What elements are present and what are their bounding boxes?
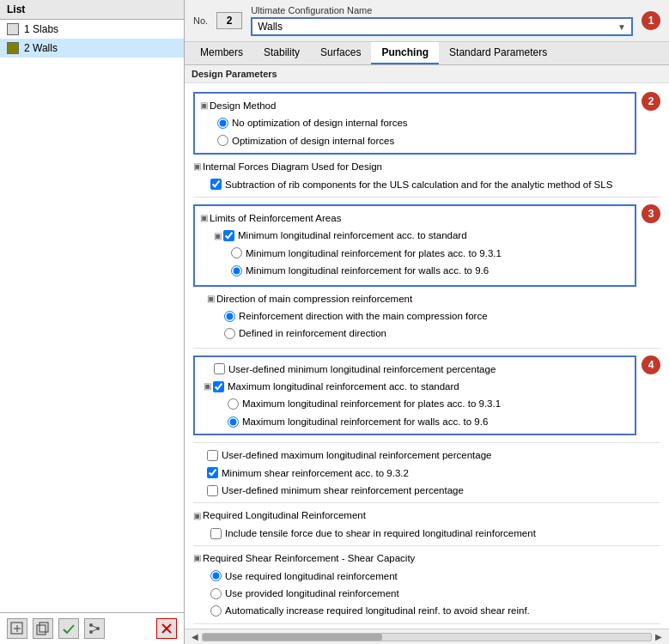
section-header: Design Parameters [185, 65, 669, 83]
scroll-thumb[interactable] [203, 634, 382, 641]
user-def-min-shear-label: User-defined minimum shear reinforcement… [222, 483, 464, 498]
design-method-section: ▣ Design Method No optimization of desig… [193, 88, 660, 158]
expand-direction[interactable]: ▣ [207, 292, 215, 306]
tab-stability[interactable]: Stability [253, 42, 310, 64]
user-def-min-cb[interactable] [214, 363, 225, 374]
auto-increase-radio[interactable] [210, 605, 222, 617]
req-shear-header: ▣ Required Shear Reinforcement - Shear C… [193, 550, 660, 567]
reinf-main-compression-label: Reinforcement direction with the main co… [239, 308, 488, 324]
list-item-walls[interactable]: 2 Walls [0, 39, 184, 58]
list-item-slabs[interactable]: 1 Slabs [0, 20, 184, 39]
scroll-bar[interactable]: ◀ ▶ [185, 629, 669, 644]
max-long-row[interactable]: ▣ Maximum longitudinal reinforcement acc… [200, 378, 629, 395]
min-shear-row[interactable]: Minimum shear reinforcement acc. to 9.3.… [193, 465, 660, 482]
req-long-group: ▣ Required Longitudinal Reinforcement In… [193, 507, 660, 542]
user-def-min-shear-row[interactable]: User-defined minimum shear reinforcement… [193, 482, 660, 499]
user-def-max-pct-row[interactable]: User-defined maximum longitudinal reinfo… [193, 447, 660, 464]
tree-button[interactable] [84, 618, 105, 639]
max-long-label: Maximum longitudinal reinforcement acc. … [228, 379, 459, 394]
content-area: Design Parameters ▣ Design Method [185, 65, 669, 629]
max-plates-row[interactable]: Maximum longitudinal reinforcement for p… [200, 395, 629, 412]
direction-label: Direction of main compression reinforcem… [216, 291, 412, 307]
user-def-max-pct-cb[interactable] [207, 450, 218, 461]
expand-design-method[interactable]: ▣ [200, 99, 208, 112]
expand-req-shear[interactable]: ▣ [193, 551, 201, 565]
list-header: List [0, 0, 184, 20]
copy-button[interactable] [33, 618, 53, 639]
min-plates-radio[interactable] [231, 247, 242, 258]
max-walls-row[interactable]: Maximum longitudinal reinforcement for w… [200, 413, 629, 430]
auto-increase-label: Automatically increase required longitud… [225, 603, 530, 618]
config-dropdown[interactable]: Walls ▼ [251, 17, 633, 36]
max-plates-label: Maximum longitudinal reinforcement for p… [242, 396, 501, 411]
tab-standard-params[interactable]: Standard Parameters [439, 42, 557, 64]
slab-label: Slabs [33, 23, 58, 35]
badge-3-col: 3 [642, 201, 660, 223]
max-reinf-section: User-defined minimum longitudinal reinfo… [193, 352, 660, 440]
no-opt-label: No optimization of design internal force… [232, 115, 408, 131]
subtraction-label: Subtraction of rib components for the UL… [225, 177, 612, 192]
tab-punching[interactable]: Punching [371, 42, 439, 64]
use-req-long-row[interactable]: Use required longitudinal reinforcement [193, 568, 660, 585]
subtraction-row[interactable]: Subtraction of rib components for the UL… [193, 176, 660, 193]
no-opt-row[interactable]: No optimization of design internal force… [200, 114, 629, 131]
user-def-min-shear-cb[interactable] [207, 485, 218, 496]
max-reinf-tree: User-defined minimum longitudinal reinfo… [193, 352, 636, 440]
tensile-force-cb[interactable] [210, 528, 222, 539]
tab-surfaces[interactable]: Surfaces [310, 42, 371, 64]
use-req-long-radio[interactable] [210, 570, 222, 581]
min-shear-cb[interactable] [207, 467, 218, 478]
expand-req-long[interactable]: ▣ [193, 509, 201, 523]
direction-header: ▣ Direction of main compression reinforc… [207, 290, 636, 307]
badge-3: 3 [642, 204, 660, 223]
user-def-min-row[interactable]: User-defined minimum longitudinal reinfo… [200, 361, 629, 378]
add-button[interactable] [7, 618, 27, 639]
opt-row[interactable]: Optimization of design internal forces [200, 132, 629, 149]
min-long-row[interactable]: ▣ Minimum longitudinal reinforcement acc… [200, 227, 629, 244]
auto-increase-row[interactable]: Automatically increase required longitud… [193, 602, 660, 619]
check-button[interactable] [58, 618, 79, 639]
defined-reinf-radio[interactable] [224, 328, 235, 339]
min-shear-label: Minimum shear reinforcement acc. to 9.3.… [222, 465, 409, 481]
scroll-left-arrow[interactable]: ◀ [188, 632, 202, 641]
opt-radio[interactable] [217, 135, 228, 146]
min-walls-radio[interactable] [231, 265, 242, 276]
right-panel: No. 2 Ultimate Configuration Name Walls … [185, 0, 669, 644]
use-prov-long-row[interactable]: Use provided longitudinal reinforcement [193, 585, 660, 602]
min-walls-row[interactable]: Minimum longitudinal reinforcement for w… [200, 262, 629, 279]
use-prov-long-radio[interactable] [210, 588, 222, 599]
svg-line-8 [91, 625, 98, 629]
defined-reinf-row[interactable]: Defined in reinforcement direction [207, 325, 636, 342]
expand-internal-forces[interactable]: ▣ [193, 160, 201, 173]
expand-min-long[interactable]: ▣ [214, 229, 222, 243]
delete-button[interactable] [156, 618, 177, 639]
wall-label: Walls [33, 42, 58, 54]
badge-4-col: 4 [642, 352, 660, 374]
reinf-main-compression-row[interactable]: Reinforcement direction with the main co… [207, 307, 636, 325]
scroll-track[interactable] [202, 633, 652, 641]
expand-max-long[interactable]: ▣ [204, 380, 211, 393]
min-plates-row[interactable]: Minimum longitudinal reinforcement for p… [200, 245, 629, 262]
reinf-main-compression-radio[interactable] [224, 311, 235, 322]
expand-limits[interactable]: ▣ [200, 211, 208, 225]
scroll-right-arrow[interactable]: ▶ [652, 632, 666, 641]
wall-color [7, 42, 19, 54]
max-walls-radio[interactable] [228, 416, 239, 428]
dropdown-arrow-icon: ▼ [617, 22, 626, 32]
no-opt-radio[interactable] [217, 118, 228, 129]
req-long-header: ▣ Required Longitudinal Reinforcement [193, 507, 660, 524]
subtraction-cb[interactable] [210, 179, 222, 190]
app-container: List 1 Slabs 2 Walls [0, 0, 669, 644]
slab-num: 1 [24, 23, 30, 35]
max-plates-radio[interactable] [228, 398, 239, 410]
tensile-force-row[interactable]: Include tensile force due to shear in re… [193, 525, 660, 542]
use-prov-long-label: Use provided longitudinal reinforcement [225, 586, 399, 601]
min-plates-label: Minimum longitudinal reinforcement for p… [246, 246, 502, 261]
use-req-long-label: Use required longitudinal reinforcement [225, 568, 398, 584]
min-long-cb[interactable] [223, 230, 234, 241]
tab-members[interactable]: Members [190, 42, 253, 64]
limits-header: ▣ Limits of Reinforcement Areas [200, 210, 629, 227]
limits-border: ▣ Limits of Reinforcement Areas ▣ Minimu… [193, 204, 636, 287]
internal-forces-group: ▣ Internal Forces Diagram Used for Desig… [193, 158, 660, 193]
max-long-cb[interactable] [213, 381, 224, 392]
